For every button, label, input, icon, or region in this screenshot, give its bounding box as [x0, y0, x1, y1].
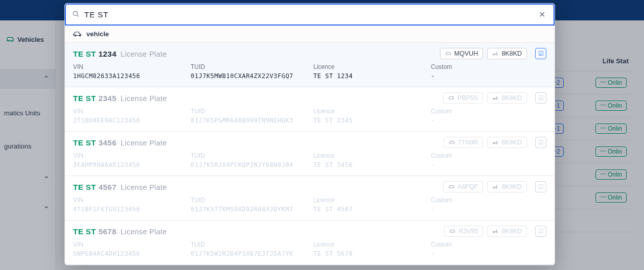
search-result[interactable]: TE ST 4567License PlateA6FQF8K8KD☑VINTUI…: [65, 176, 555, 220]
badge-fleet[interactable]: 8K8KD: [487, 92, 527, 104]
label-vin: VIN: [73, 63, 186, 70]
search-modal: ✕ vehicle TE ST 1234License PlateMQVUH8K…: [64, 3, 555, 265]
value-licence: TE ST 3456: [313, 161, 426, 168]
value-tuid: 01J7K5W2RJD4P3X67EJTJ5A7YK: [191, 250, 308, 257]
label-licence: Licence: [313, 108, 426, 115]
label-licence: Licence: [313, 197, 426, 204]
badge-shortcode[interactable]: MQVUH: [440, 48, 484, 59]
label-vin: VIN: [73, 108, 186, 115]
label-tuid: TUID: [191, 108, 308, 115]
car-icon: [449, 139, 455, 145]
search-result[interactable]: TE ST 5678License PlateR3V958K8KD☑VINTUI…: [65, 220, 555, 265]
badge-fleet[interactable]: 8K8KD: [487, 48, 527, 59]
search-bar: ✕: [65, 4, 555, 26]
select-result-button[interactable]: ☑: [535, 48, 546, 59]
label-licence: Licence: [313, 63, 426, 70]
value-tuid: 01J7K5TTKMS9XD92RA8XJDYKM7: [191, 206, 308, 213]
label-vin: VIN: [73, 241, 186, 248]
result-group-label: vehicle: [86, 30, 109, 38]
value-vin: 3FAHP0HA6AR123456: [73, 161, 186, 168]
value-vin: 5NPEB4AC4DH123456: [73, 250, 186, 257]
result-group-header: vehicle: [65, 26, 555, 43]
result-subtitle: License Plate: [121, 94, 167, 103]
value-vin: 1HGCM82633A123456: [73, 72, 186, 80]
search-input[interactable]: [84, 10, 532, 19]
value-tuid: 01J7K5MWB10CXAR4ZX22V3FGQ7: [191, 72, 308, 80]
vehicle-icon: [73, 30, 82, 38]
scooter-icon: [492, 228, 498, 234]
value-licence: TE ST 1234: [313, 72, 426, 80]
scooter-icon: [492, 51, 498, 57]
select-result-button[interactable]: ☑: [535, 92, 546, 104]
select-result-button[interactable]: ☑: [535, 137, 546, 148]
label-custom: Custom: [431, 152, 492, 159]
value-tuid: 01J7K5RJX4PCKQP2NJY68N0J04: [191, 161, 308, 168]
car-icon: [445, 51, 451, 57]
value-vin: 4T1BF1FK7GU123456: [73, 206, 186, 213]
value-licence: TE ST 5678: [313, 250, 426, 257]
badge-shortcode[interactable]: 7TN9R: [444, 137, 484, 148]
label-custom: Custom: [431, 241, 492, 248]
svg-line-3: [77, 15, 79, 17]
result-title: TE ST 4567License Plate: [73, 183, 167, 191]
result-subtitle: License Plate: [121, 139, 167, 147]
label-vin: VIN: [73, 152, 186, 159]
label-tuid: TUID: [191, 152, 308, 159]
badge-shortcode[interactable]: PBP5S: [443, 92, 483, 104]
result-title: TE ST 5678License Plate: [73, 227, 167, 236]
value-custom: -: [431, 117, 492, 124]
value-tuid: 01J7K5PSMR648B999TN9NEHQK3: [191, 117, 308, 124]
value-licence: TE ST 4567: [313, 206, 426, 213]
svg-point-2: [73, 11, 77, 15]
label-licence: Licence: [313, 241, 426, 248]
value-licence: TE ST 2345: [313, 117, 426, 124]
label-vin: VIN: [73, 197, 186, 204]
select-result-button[interactable]: ☑: [535, 226, 546, 237]
badge-fleet[interactable]: 8K8KD: [487, 181, 527, 192]
value-custom: -: [431, 206, 492, 213]
result-title: TE ST 3456License Plate: [73, 138, 167, 147]
label-tuid: TUID: [191, 63, 308, 70]
result-subtitle: License Plate: [121, 183, 167, 191]
label-custom: Custom: [431, 63, 492, 70]
badge-shortcode[interactable]: R3V95: [444, 226, 483, 237]
select-result-button[interactable]: ☑: [535, 181, 546, 192]
badge-fleet[interactable]: 8K8KD: [487, 226, 527, 237]
label-custom: Custom: [431, 197, 492, 204]
value-custom: -: [431, 72, 492, 80]
result-subtitle: License Plate: [121, 228, 167, 236]
scooter-icon: [492, 95, 498, 101]
result-subtitle: License Plate: [121, 50, 167, 58]
scooter-icon: [492, 184, 498, 190]
scooter-icon: [492, 139, 498, 145]
car-icon: [448, 95, 454, 101]
value-custom: -: [431, 250, 492, 257]
value-custom: -: [431, 161, 492, 168]
car-icon: [448, 184, 454, 190]
close-icon[interactable]: ✕: [537, 8, 547, 21]
result-title: TE ST 1234License Plate: [73, 50, 167, 58]
label-tuid: TUID: [191, 197, 308, 204]
badge-fleet[interactable]: 8K8KD: [487, 137, 527, 148]
search-result[interactable]: TE ST 3456License Plate7TN9R8K8KD☑VINTUI…: [65, 132, 555, 176]
label-tuid: TUID: [191, 241, 308, 248]
value-vin: 2T1BU4EE9AC123456: [73, 117, 186, 124]
search-result[interactable]: TE ST 2345License PlatePBP5S8K8KD☑VINTUI…: [65, 87, 555, 132]
search-icon: [72, 10, 79, 19]
car-icon: [449, 228, 455, 234]
label-custom: Custom: [431, 108, 492, 115]
search-result[interactable]: TE ST 1234License PlateMQVUH8K8KD☑VINTUI…: [65, 43, 555, 87]
result-title: TE ST 2345License Plate: [73, 94, 167, 103]
label-licence: Licence: [313, 152, 426, 159]
badge-shortcode[interactable]: A6FQF: [443, 181, 483, 192]
